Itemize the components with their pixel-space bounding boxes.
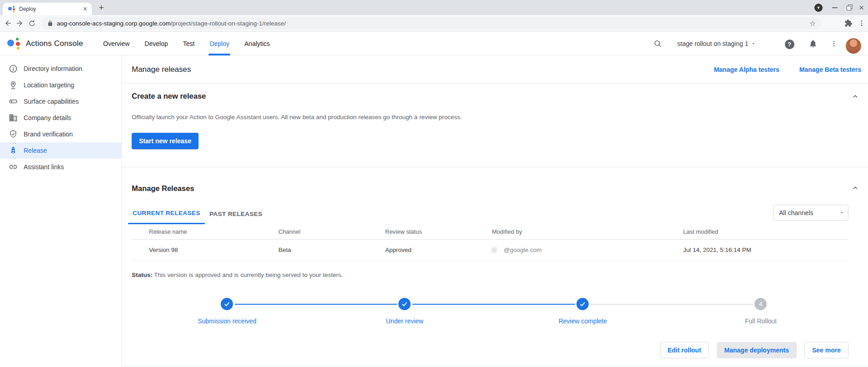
cell-modified-by: @google.com [492, 246, 683, 253]
divider [122, 83, 868, 84]
app-header: Actions Console Overview Develop Test De… [0, 32, 868, 55]
sidebar-item-label: Location targeting [24, 81, 74, 89]
chevron-down-icon [751, 41, 756, 46]
app-name: Actions Console [26, 39, 83, 48]
sidebar-item-label: Brand verification [24, 131, 73, 138]
sidebar-item-assistant-links[interactable]: Assistant links [0, 159, 121, 175]
notifications-bell-icon[interactable] [808, 38, 818, 49]
sidebar-item-surface-capabilities[interactable]: Surface capabilities [0, 93, 121, 110]
sidebar-item-label: Directory information [24, 65, 82, 72]
release-progress-stepper: 4 Submission received Under review Revie… [132, 292, 848, 328]
collapse-create-section-icon[interactable] [850, 91, 861, 102]
chevron-down-icon [839, 210, 844, 215]
back-icon[interactable] [3, 18, 14, 29]
minimize-button[interactable] [832, 0, 838, 15]
help-icon[interactable]: ? [784, 39, 795, 50]
nav-deploy[interactable]: Deploy [209, 32, 229, 55]
release-table-row[interactable]: Version 98 Beta Approved @google.com Jul… [132, 240, 848, 261]
divider [122, 366, 868, 367]
cell-release-name: Version 98 [149, 246, 278, 253]
cell-review-status: Approved [385, 246, 492, 253]
release-status-text: Status: This version is approved and is … [132, 271, 343, 278]
redacted-username [492, 248, 496, 252]
info-icon [9, 64, 18, 73]
rocket-icon [9, 146, 18, 155]
browser-tab-strip: Deploy × + ▼ × [0, 0, 868, 15]
step-connector [590, 304, 753, 305]
keyboard-status-icon[interactable]: ▼ [814, 0, 823, 15]
edit-rollout-button[interactable]: Edit rollout [660, 342, 709, 358]
cell-last-modified: Jul 14, 2021, 5:16:14 PM [683, 246, 848, 253]
page-title: Manage releases [132, 65, 191, 74]
manage-releases-title: Manage Releases [132, 184, 194, 193]
col-modified-by: Modified by [492, 228, 683, 235]
building-icon [9, 113, 18, 122]
toggle-icon [9, 97, 18, 106]
sidebar-item-directory-information[interactable]: Directory information [0, 60, 121, 77]
close-window-button[interactable]: × [859, 0, 864, 15]
divider [122, 167, 868, 167]
restore-button[interactable] [847, 0, 853, 15]
tab-title: Deploy [19, 6, 82, 12]
see-more-button[interactable]: See more [804, 342, 848, 358]
forward-icon[interactable] [14, 18, 25, 29]
sidebar-item-brand-verification[interactable]: Brand verification [0, 126, 121, 142]
nav-analytics[interactable]: Analytics [244, 32, 270, 55]
releases-table-header: Release name Channel Review status Modif… [132, 224, 848, 240]
step-connector [412, 304, 575, 305]
url-text: aog-console-acs-staging.corp.google.com/… [57, 20, 286, 27]
cell-channel: Beta [278, 246, 385, 253]
step-check-icon [576, 298, 589, 310]
manage-alpha-testers-link[interactable]: Manage Alpha testers [714, 66, 779, 73]
browser-menu-icon[interactable] [856, 18, 867, 29]
overflow-menu-icon[interactable] [828, 38, 839, 49]
bookmark-star-icon[interactable]: ☆ [809, 19, 816, 28]
create-release-description: Officially launch your Action to Google … [132, 114, 462, 121]
start-new-release-button[interactable]: Start new release [132, 133, 198, 149]
step-label-submission-received: Submission received [177, 317, 277, 325]
tab-current-releases[interactable]: CURRENT RELEASES [128, 203, 205, 224]
sidebar-item-location-targeting[interactable]: Location targeting [0, 77, 121, 93]
col-release-name: Release name [149, 228, 278, 235]
url-bar[interactable]: aog-console-acs-staging.corp.google.com/… [42, 17, 821, 30]
nav-develop[interactable]: Develop [144, 32, 168, 55]
create-release-title: Create a new release [132, 92, 206, 101]
collapse-manage-section-icon[interactable] [850, 182, 861, 193]
browser-window: Deploy × + ▼ × aog-console-acs-staging.c… [0, 0, 868, 367]
sidebar-item-release[interactable]: Release [0, 142, 121, 159]
shield-check-icon [9, 130, 18, 139]
refresh-icon[interactable] [26, 18, 37, 29]
nav-overview[interactable]: Overview [103, 32, 129, 55]
sidebar-item-label: Surface capabilities [24, 98, 79, 105]
lock-icon [47, 20, 53, 26]
browser-toolbar: aog-console-acs-staging.corp.google.com/… [0, 15, 868, 32]
channel-filter-select[interactable]: All channels [773, 205, 848, 221]
search-icon[interactable] [652, 38, 663, 49]
step-label-under-review: Under review [355, 317, 455, 325]
tab-past-releases[interactable]: PAST RELEASES [205, 203, 267, 224]
channel-filter-value: All channels [779, 209, 813, 216]
sidebar: Directory information Location targeting… [0, 55, 122, 367]
main-nav: Overview Develop Test Deploy Analytics [103, 32, 270, 55]
new-tab-button[interactable]: + [96, 3, 106, 13]
step-label-review-complete: Review complete [533, 317, 633, 325]
nav-test[interactable]: Test [183, 32, 195, 55]
sidebar-item-label: Company details [24, 114, 71, 121]
step-check-icon [221, 298, 233, 310]
assistant-logo-icon [7, 37, 21, 50]
step-connector [235, 304, 397, 305]
sidebar-item-company-details[interactable]: Company details [0, 110, 121, 126]
tab-close-icon[interactable]: × [82, 5, 88, 13]
manage-deployments-button[interactable]: Manage deployments [717, 342, 797, 358]
sidebar-item-label: Release [24, 147, 47, 154]
project-selector[interactable]: stage rollout on staging 1 [677, 32, 756, 55]
location-pin-icon [9, 80, 18, 90]
sidebar-item-label: Assistant links [24, 163, 64, 171]
releases-tabs: CURRENT RELEASES PAST RELEASES [128, 203, 267, 224]
extensions-puzzle-icon[interactable] [843, 18, 854, 29]
page-content: Manage releases Manage Alpha testers Man… [122, 55, 868, 367]
manage-beta-testers-link[interactable]: Manage Beta testers [799, 66, 861, 73]
col-review-status: Review status [385, 228, 492, 235]
browser-tab[interactable]: Deploy × [3, 3, 92, 15]
user-avatar[interactable] [846, 38, 861, 54]
